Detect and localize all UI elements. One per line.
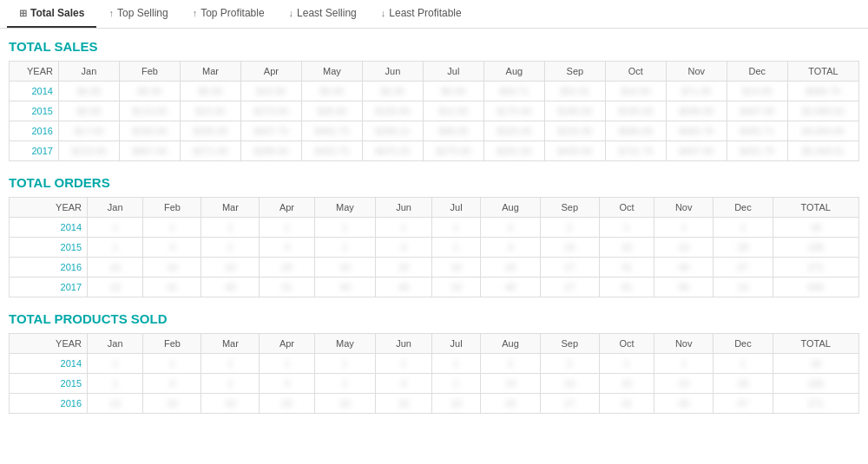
cell-value: 20 [281,262,292,272]
data-cell: 271 [773,394,858,414]
section-title-1: TOTAL ORDERS [9,175,859,190]
cell-value: $291.00 [496,146,531,156]
tab-label-total-sales: Total Sales [30,7,84,19]
cell-value: $407.00 [679,146,713,156]
data-cell: 40 [481,278,540,297]
data-cell: 10 [654,238,713,258]
tab-bar: ⊞Total Sales↑Top Selling↑Top Profitable↓… [0,0,868,29]
cell-value: 10 [621,242,632,252]
data-cell: $2,895.62 [787,101,858,121]
data-cell: 10 [376,394,431,414]
data-cell: $0.00 [119,82,180,101]
data-cell: 1 [431,374,481,394]
col-header-12: Dec [727,62,787,82]
cell-value: $15.00 [196,106,226,116]
cell-value: 90 [679,282,689,292]
year-cell[interactable]: 2014 [10,218,88,238]
cell-value: $295.00 [194,126,228,136]
tab-top-selling[interactable]: ↑Top Selling [96,0,180,28]
data-cell: $225.00 [544,121,605,141]
data-cell: $38.00 [301,101,362,121]
col-header-5: May [301,62,362,82]
data-cell: $52.91 [544,82,605,101]
year-cell[interactable]: 2017 [10,141,59,161]
cell-value: 1 [227,358,233,369]
data-cell: $88.00 [423,121,483,141]
cell-value: $275.00 [437,146,471,156]
col-header-10: Oct [599,334,654,354]
year-cell[interactable]: 2015 [10,101,59,121]
data-cell: 1 [431,354,481,374]
col-header-2: Feb [143,334,201,354]
year-cell[interactable]: 2015 [10,374,88,394]
cell-value: $493.00 [557,146,592,156]
cell-value: 1 [169,358,174,369]
tab-top-profitable[interactable]: ↑Top Profitable [181,0,277,28]
cell-value: $17.00 [75,126,104,136]
cell-value: 40 [679,398,689,408]
data-cell: $482.71 [727,121,787,141]
data-cell: $71.00 [666,82,727,101]
cell-value: 40 [225,282,235,292]
data-cell: $0.00 [362,82,423,101]
year-cell[interactable]: 2016 [10,258,88,278]
cell-value: 640 [808,282,824,292]
year-cell[interactable]: 2014 [10,82,59,101]
data-cell: 10 [431,394,481,414]
data-cell: 1 [201,238,260,258]
col-header-1: Jan [88,334,143,354]
cell-value: $482.71 [740,126,774,136]
data-cell: 17 [540,394,599,414]
cell-value: $596.00 [679,106,713,116]
data-cell: 1 [201,218,260,238]
data-cell: $271.00 [180,141,240,161]
data-cell: 1 [713,218,773,238]
col-header-13: TOTAL [773,334,858,354]
cell-value: 1 [454,358,459,369]
cell-value: 31 [621,262,632,272]
col-header-8: Aug [483,62,544,82]
year-cell[interactable]: 2017 [10,278,88,297]
year-cell[interactable]: 2014 [10,354,88,374]
col-header-1: Jan [88,198,143,218]
cell-value: 10 [398,398,409,408]
cell-value: 1 [342,358,347,369]
data-cell: 1 [88,218,143,238]
data-cell: $14.00 [727,82,787,101]
data-cell: $5,449.51 [787,141,858,161]
col-header-7: Jul [431,334,481,354]
tab-total-sales[interactable]: ⊞Total Sales [7,0,96,28]
data-cell: 10 [143,394,201,414]
year-cell[interactable]: 2016 [10,121,59,141]
cell-value: 91 [621,282,632,292]
tab-label-least-selling: Least Selling [297,7,357,19]
year-cell[interactable]: 2015 [10,238,88,258]
data-cell: 1 [713,354,773,374]
data-cell: $290.00 [119,121,180,141]
col-header-13: TOTAL [773,198,858,218]
data-cell: $56.71 [483,82,544,101]
cell-value: 10 [167,398,177,408]
col-header-5: May [314,198,376,218]
cell-value: 2 [508,358,513,369]
data-cell: 41 [143,278,201,297]
cell-value: 17 [564,262,575,272]
data-cell: 10 [143,258,201,278]
data-cell: 10 [540,374,599,394]
year-cell[interactable]: 2016 [10,394,88,414]
cell-value: 10 [339,262,350,272]
app-container: ⊞Total Sales↑Top Selling↑Top Profitable↓… [0,0,868,461]
col-header-4: Apr [240,62,301,82]
tab-least-selling[interactable]: ↓Least Selling [277,0,369,28]
cell-value: 271 [808,262,824,272]
section-title-0: TOTAL SALES [9,39,859,54]
col-header-5: May [314,334,376,354]
data-cell: 1 [376,354,431,374]
data-cell: $731.75 [605,141,666,161]
cell-value: 10 [398,262,409,272]
tab-least-profitable[interactable]: ↓Least Profitable [369,0,474,28]
cell-value: 1 [740,358,746,369]
data-cell: 18 [773,218,858,238]
data-cell: 4 [143,374,201,394]
cell-value: $290.00 [133,126,168,136]
